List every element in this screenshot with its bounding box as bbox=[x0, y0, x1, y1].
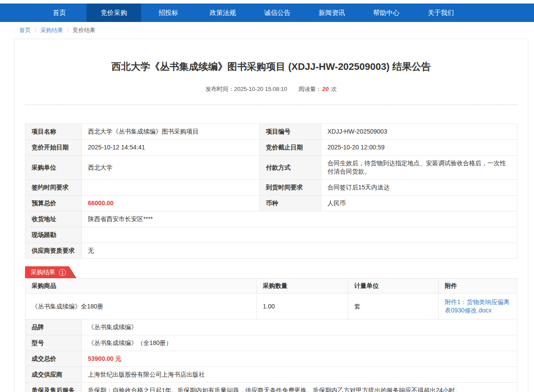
badge-number-circle-icon: 1 bbox=[59, 269, 66, 276]
publish-time-value: 2025-10-20 15:08:10 bbox=[234, 86, 287, 92]
quantity-value: 1.00 bbox=[257, 294, 348, 319]
nav-item-news[interactable]: 新闻资讯 bbox=[305, 4, 359, 22]
table-row: 品牌 《丛书集成续编》 bbox=[25, 319, 517, 335]
delivery-address-label: 收货地址 bbox=[25, 211, 82, 227]
project-info-table: 项目名称 西北大学《丛书集成续编》图书采购项目 项目编号 XDJJ-HW-202… bbox=[25, 123, 517, 259]
header-quantity: 采购数量 bbox=[257, 279, 348, 294]
project-name-label: 项目名称 bbox=[25, 124, 82, 140]
unit-value: 套 bbox=[348, 294, 439, 319]
currency-label: 币种 bbox=[260, 196, 321, 211]
table-row: 现场踏勘 bbox=[25, 227, 517, 243]
deal-total-price-value: 53900.00 元 bbox=[82, 351, 517, 367]
warranty-service-label: 质保及售后服务 bbox=[25, 383, 82, 392]
views-label: 阅读量： bbox=[298, 86, 321, 92]
purchaser-label: 采购单位 bbox=[25, 156, 82, 180]
views-unit: 次 bbox=[331, 86, 337, 92]
delivery-address-value: 陕西省西安市长安区**** bbox=[82, 211, 517, 227]
header-unit: 计量单位 bbox=[348, 279, 439, 294]
publish-time-label: 发布时间： bbox=[206, 86, 234, 92]
project-number-label: 项目编号 bbox=[260, 124, 321, 140]
header-product: 采购商品 bbox=[25, 279, 257, 294]
views-count: 20 bbox=[322, 86, 328, 92]
table-row: 预算总价 66000.00 币种 人民币 bbox=[25, 196, 517, 211]
breadcrumb-separator: / bbox=[35, 27, 36, 34]
nav-item-integrity-notice[interactable]: 诚信公告 bbox=[250, 4, 305, 22]
table-row: 质保及售后服务 质保期：自验收合格之日起1年。质保期内如有质量问题，供应商无条件… bbox=[25, 383, 517, 392]
site-survey-label: 现场踏勘 bbox=[25, 227, 82, 243]
currency-value: 人民币 bbox=[321, 196, 517, 211]
dashed-divider bbox=[25, 105, 517, 105]
model-label: 型号 bbox=[25, 335, 82, 351]
breadcrumb-home[interactable]: 首页 bbox=[19, 26, 31, 34]
delivery-time-value: 合同签订后15天内送达 bbox=[321, 180, 517, 196]
main-nav: 首页 竞价采购 招投标 政策法规 诚信公告 新闻资讯 帮助中心 关于我们 bbox=[0, 4, 534, 22]
budget-total-value: 66000.00 bbox=[82, 196, 260, 211]
project-number-value: XDJJ-HW-202509003 bbox=[321, 124, 517, 140]
brand-label: 品牌 bbox=[25, 319, 82, 335]
bid-start-value: 2025-10-12 14:54:41 bbox=[82, 140, 260, 156]
nav-item-policies[interactable]: 政策法规 bbox=[196, 4, 250, 22]
brand-value: 《丛书集成续编》 bbox=[82, 319, 517, 335]
publish-meta: 发布时间：2025-10-20 15:08:10阅读量：20 次 bbox=[25, 85, 517, 93]
supplier-qualification-label: 供应商资质要求 bbox=[25, 243, 82, 259]
winning-supplier-value: 上海世纪出版股份有限公司上海书店出版社 bbox=[82, 367, 517, 383]
winning-supplier-label: 成交供应商 bbox=[25, 367, 82, 383]
purchaser-value: 西北大学 bbox=[82, 156, 260, 180]
delivery-time-label: 到货时间要求 bbox=[260, 180, 321, 196]
table-row: 型号 《丛书集成续编》（全180册） bbox=[25, 335, 517, 351]
procurement-result-badge-label: 采购结果 bbox=[31, 269, 55, 276]
announcement-card: 西北大学《丛书集成续编》图书采购项目 (XDJJ-HW-202509003) 结… bbox=[14, 39, 528, 392]
table-row: 收货地址 陕西省西安市长安区**** bbox=[25, 211, 517, 227]
supplier-qualification-value: 无 bbox=[82, 243, 517, 259]
result-details-table: 品牌 《丛书集成续编》 型号 《丛书集成续编》（全180册） 成交总价 5390… bbox=[25, 319, 517, 392]
table-row: 采购单位 西北大学 付款方式 合同生效后，待货物到达指定地点、安装调试验收合格后… bbox=[25, 156, 517, 180]
table-row: 《丛书集成续编》全180册 1.00 套 附件1：货物类响应偏离表0930修改.… bbox=[25, 294, 517, 319]
table-row: 成交总价 53900.00 元 bbox=[25, 351, 517, 367]
nav-item-tendering[interactable]: 招投标 bbox=[141, 4, 196, 22]
model-value: 《丛书集成续编》（全180册） bbox=[82, 335, 517, 351]
bid-end-label: 竞价截止日期 bbox=[260, 140, 321, 156]
signing-time-label: 签约时间要求 bbox=[25, 180, 82, 196]
attachment-link[interactable]: 附件1：货物类响应偏离表0930修改.docx bbox=[445, 298, 510, 314]
breadcrumb-procurement-results[interactable]: 采购结果 bbox=[40, 26, 63, 34]
product-value: 《丛书集成续编》全180册 bbox=[25, 294, 257, 319]
signing-time-value bbox=[82, 180, 260, 196]
nav-item-help-center[interactable]: 帮助中心 bbox=[359, 4, 414, 22]
header-attachment: 附件 bbox=[439, 279, 517, 294]
payment-method-label: 付款方式 bbox=[260, 156, 321, 180]
nav-item-about-us[interactable]: 关于我们 bbox=[414, 4, 468, 22]
table-row: 竞价开始日期 2025-10-12 14:54:41 竞价截止日期 2025-1… bbox=[25, 140, 517, 156]
budget-total-label: 预算总价 bbox=[25, 196, 82, 211]
table-row: 供应商资质要求 无 bbox=[25, 243, 517, 259]
site-survey-value bbox=[82, 227, 517, 243]
breadcrumb-current-bidding-results: 竞价结果 bbox=[73, 26, 95, 34]
deal-total-price-label: 成交总价 bbox=[25, 351, 82, 367]
result-items-table: 采购商品 采购数量 计量单位 附件 《丛书集成续编》全180册 1.00 套 附… bbox=[25, 278, 517, 319]
table-row: 项目名称 西北大学《丛书集成续编》图书采购项目 项目编号 XDJJ-HW-202… bbox=[25, 124, 517, 140]
nav-item-bidding-procurement[interactable]: 竞价采购 bbox=[87, 4, 141, 22]
nav-item-home[interactable]: 首页 bbox=[32, 4, 87, 22]
warranty-service-value: 质保期：自验收合格之日起1年。质保期内如有质量问题，供应商无条件免费更换。质保期… bbox=[82, 383, 517, 392]
top-gap bbox=[0, 0, 534, 4]
breadcrumb-separator: / bbox=[67, 27, 69, 34]
procurement-result-badge: 采购结果 1 bbox=[25, 266, 76, 278]
table-header-row: 采购商品 采购数量 计量单位 附件 bbox=[25, 279, 517, 294]
table-row: 成交供应商 上海世纪出版股份有限公司上海书店出版社 bbox=[25, 367, 517, 383]
page-title: 西北大学《丛书集成续编》图书采购项目 (XDJJ-HW-202509003) 结… bbox=[25, 60, 517, 73]
bid-start-label: 竞价开始日期 bbox=[25, 140, 82, 156]
table-row: 签约时间要求 到货时间要求 合同签订后15天内送达 bbox=[25, 180, 517, 196]
project-name-value: 西北大学《丛书集成续编》图书采购项目 bbox=[82, 124, 260, 140]
bid-end-value: 2025-10-20 12:00:59 bbox=[321, 140, 517, 156]
breadcrumb: 首页 / 采购结果 / 竞价结果 bbox=[0, 22, 534, 39]
payment-method-value: 合同生效后，待货物到达指定地点、安装调试验收合格后，一次性付清合同货款。 bbox=[321, 156, 517, 180]
